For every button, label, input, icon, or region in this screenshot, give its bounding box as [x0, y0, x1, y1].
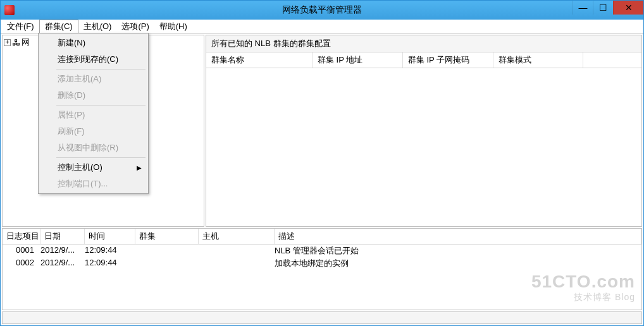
- dd-separator: [56, 105, 146, 106]
- menubar: 文件(F) 群集(C) 主机(O) 选项(P) 帮助(H): [1, 20, 643, 33]
- detail-pane: 所有已知的 NLB 群集的群集配置 群集名称 群集 IP 地址 群集 IP 子网…: [206, 35, 642, 227]
- dd-addhost: 添加主机(A): [40, 71, 147, 87]
- app-icon: [4, 5, 15, 15]
- menu-options[interactable]: 选项(P): [116, 20, 154, 33]
- cluster-dropdown: 新建(N) 连接到现存的(C) 添加主机(A) 删除(D) 属性(P) 刷新(F…: [38, 33, 149, 194]
- dd-removeview: 从视图中删除(R): [40, 140, 147, 156]
- col-cluster-mode[interactable]: 群集模式: [493, 52, 584, 68]
- expand-icon[interactable]: +: [4, 39, 11, 46]
- list-header: 所有已知的 NLB 群集的群集配置: [206, 35, 641, 52]
- log-date: 2012/9/...: [40, 258, 85, 269]
- submenu-arrow-icon: ▶: [137, 164, 142, 171]
- log-date: 2012/9/...: [40, 245, 85, 257]
- list-body[interactable]: [206, 68, 641, 226]
- dd-new[interactable]: 新建(N): [40, 35, 147, 51]
- log-cluster: [135, 245, 199, 257]
- logcol-desc[interactable]: 描述: [275, 229, 641, 244]
- logcol-item[interactable]: 日志项目: [3, 229, 40, 244]
- log-desc: 加载本地绑定的实例: [275, 258, 641, 269]
- network-icon: 🖧: [12, 38, 20, 47]
- log-columns: 日志项目 日期 时间 群集 主机 描述: [3, 229, 641, 244]
- col-cluster-name[interactable]: 群集名称: [206, 52, 313, 68]
- log-row[interactable]: 0002 2012/9/... 12:09:44 加载本地绑定的实例: [3, 257, 641, 270]
- log-cluster: [135, 258, 199, 269]
- window-title: 网络负载平衡管理器: [1, 4, 643, 16]
- status-bar: [2, 311, 642, 324]
- menu-cluster[interactable]: 群集(C): [39, 20, 78, 33]
- log-time: 12:09:44: [85, 245, 135, 257]
- log-host: [199, 245, 275, 257]
- menu-host[interactable]: 主机(O): [78, 20, 117, 33]
- titlebar[interactable]: 网络负载平衡管理器 — ☐ ✕: [1, 1, 643, 20]
- col-spacer: [583, 52, 641, 68]
- col-cluster-mask[interactable]: 群集 IP 子网掩码: [403, 52, 493, 68]
- dd-controlhost-label: 控制主机(O): [58, 162, 102, 173]
- log-id: 0001: [3, 245, 40, 257]
- dd-separator: [56, 157, 146, 158]
- logcol-host[interactable]: 主机: [199, 229, 275, 244]
- log-pane: 日志项目 日期 时间 群集 主机 描述 0001 2012/9/... 12:0…: [2, 228, 642, 310]
- dd-separator: [56, 69, 146, 69]
- dd-controlport: 控制端口(T)...: [40, 176, 147, 192]
- menu-file[interactable]: 文件(F): [2, 20, 39, 33]
- window-buttons: — ☐ ✕: [573, 1, 643, 20]
- dd-properties: 属性(P): [40, 107, 147, 123]
- minimize-button[interactable]: —: [573, 1, 593, 15]
- logcol-cluster[interactable]: 群集: [135, 229, 199, 244]
- log-host: [199, 258, 275, 269]
- logcol-date[interactable]: 日期: [40, 229, 85, 244]
- dd-controlhost[interactable]: 控制主机(O) ▶: [40, 159, 147, 176]
- tree-root-label: 网: [22, 37, 30, 48]
- logcol-time[interactable]: 时间: [85, 229, 135, 244]
- log-time: 12:09:44: [85, 258, 135, 269]
- column-headers: 群集名称 群集 IP 地址 群集 IP 子网掩码 群集模式: [206, 52, 641, 68]
- log-rows[interactable]: 0001 2012/9/... 12:09:44 NLB 管理器会话已开始 00…: [3, 244, 641, 310]
- dd-refresh: 刷新(F): [40, 123, 147, 140]
- log-id: 0002: [3, 258, 40, 269]
- maximize-button[interactable]: ☐: [593, 1, 613, 15]
- menu-help[interactable]: 帮助(H): [154, 20, 192, 33]
- col-cluster-ip[interactable]: 群集 IP 地址: [313, 52, 403, 68]
- dd-delete: 删除(D): [40, 87, 147, 104]
- log-desc: NLB 管理器会话已开始: [275, 245, 641, 257]
- dd-connect[interactable]: 连接到现存的(C): [40, 51, 147, 68]
- log-row[interactable]: 0001 2012/9/... 12:09:44 NLB 管理器会话已开始: [3, 244, 641, 257]
- close-button[interactable]: ✕: [613, 1, 643, 15]
